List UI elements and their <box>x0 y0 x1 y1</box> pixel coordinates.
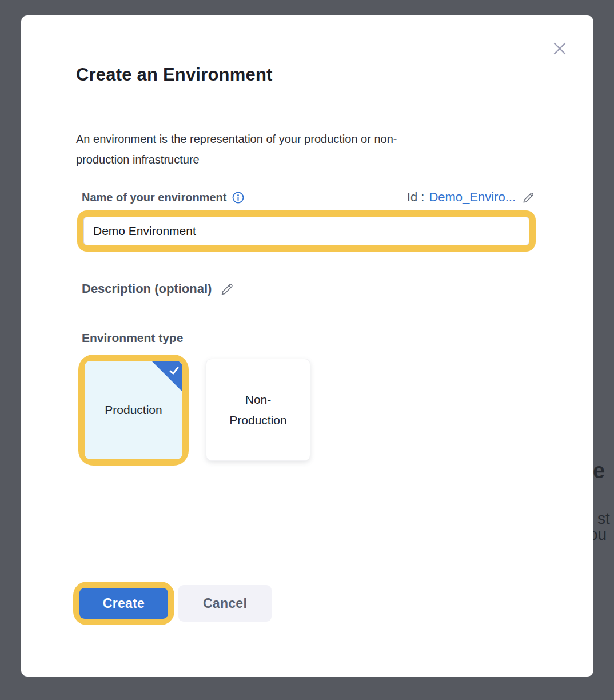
create-environment-dialog: Create an Environment An environment is … <box>21 15 593 677</box>
selected-corner-badge <box>151 361 182 392</box>
dialog-title: Create an Environment <box>76 65 273 85</box>
info-icon[interactable] <box>232 191 245 204</box>
environment-type-label: Environment type <box>82 331 183 345</box>
card-label: Production <box>105 400 162 420</box>
create-button[interactable]: Create <box>79 588 168 619</box>
check-icon <box>169 365 180 376</box>
environment-id-group: Id : Demo_Enviro... <box>407 190 536 205</box>
production-card-highlight-ring: Production <box>78 355 189 466</box>
close-icon <box>550 39 569 58</box>
name-input-highlight-ring <box>77 210 536 252</box>
cancel-button[interactable]: Cancel <box>178 585 272 622</box>
close-button[interactable] <box>548 37 571 60</box>
dialog-description: An environment is the representation of … <box>76 129 442 170</box>
environment-name-input[interactable] <box>83 217 529 245</box>
edit-id-pencil-icon[interactable] <box>521 190 536 205</box>
environment-type-card-production[interactable]: Production <box>85 361 182 459</box>
name-label-row: Name of your environment Id : Demo_Envir… <box>82 189 536 206</box>
description-label: Description (optional) <box>82 281 212 296</box>
name-field-label: Name of your environment <box>82 191 226 204</box>
environment-id-link[interactable]: Demo_Enviro... <box>429 190 516 205</box>
environment-type-card-non-production[interactable]: Non-Production <box>206 359 310 461</box>
card-label: Non-Production <box>224 389 293 431</box>
description-row: Description (optional) <box>82 280 235 298</box>
id-prefix-label: Id : <box>407 190 425 205</box>
create-button-highlight-ring: Create <box>73 582 174 625</box>
edit-description-pencil-icon[interactable] <box>220 281 235 297</box>
backdrop-text-fragment: e <box>593 459 605 483</box>
